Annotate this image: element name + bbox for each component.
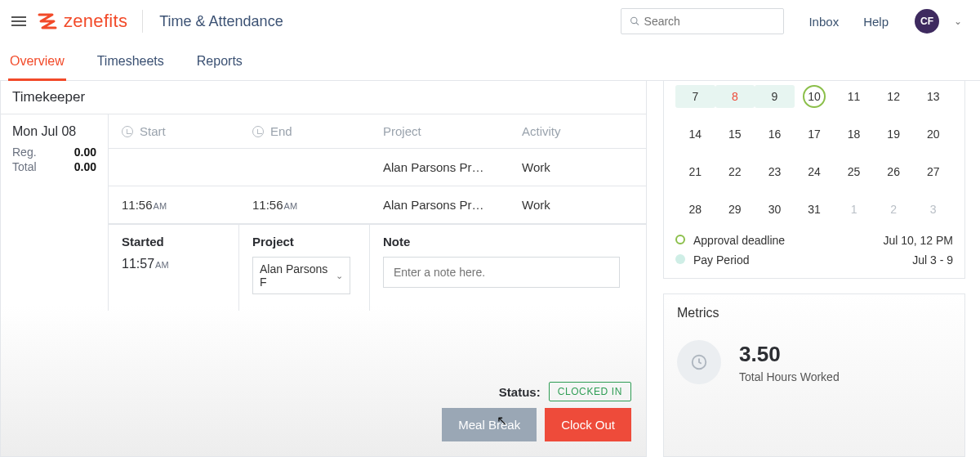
payperiod-value: Jul 3 - 9 bbox=[912, 253, 953, 267]
calendar-day[interactable]: 24 bbox=[795, 160, 835, 183]
meal-break-button[interactable]: Meal Break bbox=[442, 408, 537, 441]
approval-value: Jul 10, 12 PM bbox=[883, 234, 953, 247]
calendar-day[interactable]: 20 bbox=[913, 123, 953, 146]
tab-overview[interactable]: Overview bbox=[8, 54, 66, 81]
status-badge: CLOCKED IN bbox=[549, 382, 631, 401]
note-input[interactable] bbox=[383, 257, 620, 288]
timekeeper-title: Timekeeper bbox=[1, 81, 646, 114]
avatar[interactable]: CF bbox=[915, 9, 939, 34]
svg-line-1 bbox=[636, 23, 639, 25]
col-activity: Activity bbox=[522, 124, 561, 138]
clock-end-icon bbox=[252, 126, 264, 137]
calendar-day[interactable]: 16 bbox=[755, 123, 795, 146]
clock-out-button[interactable]: Clock Out bbox=[545, 408, 631, 441]
col-start: Start bbox=[140, 124, 166, 138]
reg-value: 0.00 bbox=[74, 146, 96, 159]
calendar-day[interactable]: 3 bbox=[913, 198, 953, 221]
calendar-day[interactable]: 12 bbox=[874, 85, 914, 108]
project-selected: Alan Parsons F bbox=[260, 262, 336, 289]
tab-timesheets[interactable]: Timesheets bbox=[96, 54, 166, 80]
calendar-day[interactable]: 10 bbox=[795, 85, 835, 108]
calendar-day[interactable]: 14 bbox=[675, 123, 715, 146]
calendar-day[interactable]: 1 bbox=[834, 198, 874, 221]
reg-label: Reg. bbox=[12, 146, 37, 159]
search-box[interactable] bbox=[621, 8, 784, 34]
total-value: 0.00 bbox=[74, 160, 96, 173]
deadline-dot-icon bbox=[675, 235, 685, 244]
project-select[interactable]: Alan Parsons F ⌄ bbox=[252, 257, 350, 294]
clock-metric-icon bbox=[677, 340, 721, 384]
clock-start-icon bbox=[122, 126, 133, 137]
calendar-day[interactable]: 19 bbox=[874, 123, 914, 146]
calendar-day[interactable]: 27 bbox=[913, 160, 953, 183]
time-entry-row[interactable]: Alan Parsons Pr…Work bbox=[109, 149, 646, 186]
brand-mark-icon bbox=[38, 11, 59, 31]
calendar-day[interactable]: 22 bbox=[715, 160, 755, 183]
started-time: 11:57AM bbox=[122, 257, 225, 271]
calendar-day[interactable]: 17 bbox=[795, 123, 835, 146]
search-input[interactable] bbox=[644, 15, 776, 28]
chevron-down-icon: ⌄ bbox=[336, 271, 343, 281]
col-project: Project bbox=[383, 124, 421, 138]
chevron-down-icon[interactable]: ⌄ bbox=[954, 16, 962, 27]
payperiod-dot-icon bbox=[675, 254, 685, 264]
calendar-day[interactable]: 29 bbox=[715, 198, 755, 221]
total-label: Total bbox=[12, 160, 37, 173]
metric-label: Total Hours Worked bbox=[739, 370, 840, 383]
calendar-day[interactable]: 31 bbox=[795, 198, 835, 221]
status-label: Status: bbox=[499, 385, 541, 399]
col-end: End bbox=[270, 124, 292, 138]
svg-point-0 bbox=[631, 17, 637, 23]
calendar-day[interactable]: 28 bbox=[675, 198, 715, 221]
app-title: Time & Attendance bbox=[159, 13, 283, 30]
note-label: Note bbox=[383, 235, 633, 249]
calendar-day[interactable]: 26 bbox=[874, 160, 914, 183]
calendar-day[interactable]: 9 bbox=[755, 85, 795, 108]
brand-name: zenefits bbox=[64, 11, 127, 32]
calendar-day[interactable]: 2 bbox=[874, 198, 914, 221]
calendar-day[interactable]: 8 bbox=[715, 85, 755, 108]
help-link[interactable]: Help bbox=[863, 15, 889, 29]
divider bbox=[142, 10, 143, 33]
project-label: Project bbox=[252, 235, 356, 249]
calendar-day[interactable]: 18 bbox=[834, 123, 874, 146]
payperiod-label: Pay Period bbox=[693, 253, 749, 267]
search-icon bbox=[630, 16, 640, 27]
calendar-day[interactable]: 15 bbox=[715, 123, 755, 146]
day-date: Mon Jul 08 bbox=[12, 124, 96, 139]
metrics-title: Metrics bbox=[677, 306, 951, 320]
inbox-link[interactable]: Inbox bbox=[808, 15, 839, 29]
time-entry-row[interactable]: 11:56AM11:56AMAlan Parsons Pr…Work bbox=[109, 186, 646, 224]
brand-logo[interactable]: zenefits bbox=[38, 11, 127, 32]
tab-reports[interactable]: Reports bbox=[195, 54, 244, 80]
calendar-day[interactable]: 23 bbox=[755, 160, 795, 183]
calendar-day[interactable]: 21 bbox=[675, 160, 715, 183]
calendar-day[interactable]: 30 bbox=[755, 198, 795, 221]
menu-icon[interactable] bbox=[11, 16, 26, 26]
approval-label: Approval deadline bbox=[693, 234, 785, 247]
metric-value: 3.50 bbox=[739, 342, 840, 367]
calendar-day[interactable]: 7 bbox=[675, 85, 715, 108]
calendar-day[interactable]: 25 bbox=[834, 160, 874, 183]
started-label: Started bbox=[122, 235, 225, 249]
calendar-day[interactable]: 11 bbox=[834, 85, 874, 108]
calendar-day[interactable]: 13 bbox=[913, 85, 953, 108]
